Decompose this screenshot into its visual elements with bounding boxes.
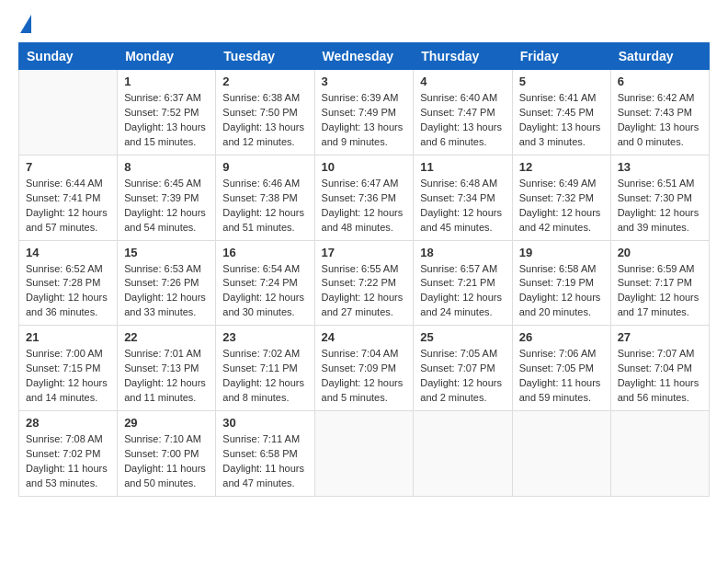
day-number: 11 xyxy=(420,160,505,174)
sunrise-text: Sunrise: 6:46 AM xyxy=(222,177,307,191)
daylight-text: Daylight: 11 hours and 53 minutes. xyxy=(26,462,110,491)
daylight-text: Daylight: 13 hours and 12 minutes. xyxy=(222,121,307,150)
day-info: Sunrise: 7:04 AMSunset: 7:09 PMDaylight:… xyxy=(322,347,407,406)
sunrise-text: Sunrise: 6:54 AM xyxy=(222,262,307,277)
sunrise-text: Sunrise: 7:11 AM xyxy=(222,432,307,447)
calendar-week-row-4: 28Sunrise: 7:08 AMSunset: 7:02 PMDayligh… xyxy=(19,411,710,497)
day-info: Sunrise: 6:37 AMSunset: 7:52 PMDaylight:… xyxy=(124,91,209,150)
day-info: Sunrise: 6:51 AMSunset: 7:30 PMDaylight:… xyxy=(618,177,702,236)
sunset-text: Sunset: 7:34 PM xyxy=(420,191,505,206)
sunset-text: Sunset: 7:15 PM xyxy=(26,362,110,376)
sunrise-text: Sunrise: 7:06 AM xyxy=(519,347,604,362)
sunrise-text: Sunrise: 6:37 AM xyxy=(124,91,209,106)
calendar-cell: 7Sunrise: 6:44 AMSunset: 7:41 PMDaylight… xyxy=(19,155,118,240)
sunrise-text: Sunrise: 6:59 AM xyxy=(618,262,702,277)
calendar-cell: 5Sunrise: 6:41 AMSunset: 7:45 PMDaylight… xyxy=(512,70,610,155)
day-info: Sunrise: 7:02 AMSunset: 7:11 PMDaylight:… xyxy=(222,347,307,406)
calendar-cell: 19Sunrise: 6:58 AMSunset: 7:19 PMDayligh… xyxy=(512,240,610,326)
day-info: Sunrise: 6:48 AMSunset: 7:34 PMDaylight:… xyxy=(420,177,505,236)
sunrise-text: Sunrise: 7:07 AM xyxy=(618,347,702,362)
daylight-text: Daylight: 12 hours and 14 minutes. xyxy=(26,376,110,406)
calendar-cell: 12Sunrise: 6:49 AMSunset: 7:32 PMDayligh… xyxy=(512,155,610,240)
sunset-text: Sunset: 7:32 PM xyxy=(519,191,604,206)
day-info: Sunrise: 6:47 AMSunset: 7:36 PMDaylight:… xyxy=(322,177,407,236)
day-info: Sunrise: 6:49 AMSunset: 7:32 PMDaylight:… xyxy=(519,177,604,236)
day-info: Sunrise: 6:59 AMSunset: 7:17 PMDaylight:… xyxy=(618,262,702,321)
sunset-text: Sunset: 7:47 PM xyxy=(420,106,505,121)
daylight-text: Daylight: 12 hours and 36 minutes. xyxy=(26,291,110,320)
calendar-cell: 27Sunrise: 7:07 AMSunset: 7:04 PMDayligh… xyxy=(610,326,709,411)
daylight-text: Daylight: 12 hours and 2 minutes. xyxy=(420,376,505,406)
day-number: 6 xyxy=(618,75,702,88)
day-number: 22 xyxy=(124,330,209,344)
sunset-text: Sunset: 7:39 PM xyxy=(124,191,209,206)
sunrise-text: Sunrise: 6:49 AM xyxy=(519,177,604,191)
sunset-text: Sunset: 7:11 PM xyxy=(222,362,307,376)
day-info: Sunrise: 6:40 AMSunset: 7:47 PMDaylight:… xyxy=(420,91,505,150)
day-info: Sunrise: 7:00 AMSunset: 7:15 PMDaylight:… xyxy=(26,347,110,406)
sunrise-text: Sunrise: 7:02 AM xyxy=(222,347,307,362)
day-number: 17 xyxy=(322,246,407,259)
calendar-cell: 18Sunrise: 6:57 AMSunset: 7:21 PMDayligh… xyxy=(414,240,512,326)
sunset-text: Sunset: 7:13 PM xyxy=(124,362,209,376)
daylight-text: Daylight: 13 hours and 15 minutes. xyxy=(124,121,209,150)
daylight-text: Daylight: 12 hours and 39 minutes. xyxy=(618,206,702,236)
daylight-text: Daylight: 11 hours and 50 minutes. xyxy=(124,462,209,491)
day-number: 7 xyxy=(26,160,110,174)
sunset-text: Sunset: 7:36 PM xyxy=(322,191,407,206)
calendar-cell: 6Sunrise: 6:42 AMSunset: 7:43 PMDaylight… xyxy=(610,70,709,155)
sunrise-text: Sunrise: 6:47 AM xyxy=(322,177,407,191)
sunrise-text: Sunrise: 7:10 AM xyxy=(124,432,209,447)
sunset-text: Sunset: 7:21 PM xyxy=(420,276,505,291)
calendar-cell: 11Sunrise: 6:48 AMSunset: 7:34 PMDayligh… xyxy=(414,155,512,240)
day-info: Sunrise: 7:01 AMSunset: 7:13 PMDaylight:… xyxy=(124,347,209,406)
day-info: Sunrise: 6:58 AMSunset: 7:19 PMDaylight:… xyxy=(519,262,604,321)
day-info: Sunrise: 6:42 AMSunset: 7:43 PMDaylight:… xyxy=(618,91,702,150)
daylight-text: Daylight: 11 hours and 59 minutes. xyxy=(519,376,604,406)
day-info: Sunrise: 7:11 AMSunset: 6:58 PMDaylight:… xyxy=(222,432,307,491)
calendar-cell: 20Sunrise: 6:59 AMSunset: 7:17 PMDayligh… xyxy=(610,240,709,326)
sunrise-text: Sunrise: 6:57 AM xyxy=(420,262,505,277)
sunset-text: Sunset: 7:30 PM xyxy=(618,191,702,206)
sunrise-text: Sunrise: 7:04 AM xyxy=(322,347,407,362)
sunset-text: Sunset: 7:43 PM xyxy=(618,106,702,121)
sunset-text: Sunset: 7:52 PM xyxy=(124,106,209,121)
daylight-text: Daylight: 12 hours and 42 minutes. xyxy=(519,206,604,236)
calendar-weekday-sunday: Sunday xyxy=(19,43,118,70)
day-number: 24 xyxy=(322,330,407,344)
calendar-cell: 25Sunrise: 7:05 AMSunset: 7:07 PMDayligh… xyxy=(414,326,512,411)
calendar-cell xyxy=(314,411,414,497)
sunset-text: Sunset: 7:07 PM xyxy=(420,362,505,376)
daylight-text: Daylight: 13 hours and 3 minutes. xyxy=(519,121,604,150)
calendar-cell: 30Sunrise: 7:11 AMSunset: 6:58 PMDayligh… xyxy=(216,411,314,497)
day-info: Sunrise: 6:53 AMSunset: 7:26 PMDaylight:… xyxy=(124,262,209,321)
day-info: Sunrise: 7:10 AMSunset: 7:00 PMDaylight:… xyxy=(124,432,209,491)
day-number: 23 xyxy=(222,330,307,344)
daylight-text: Daylight: 13 hours and 9 minutes. xyxy=(322,121,407,150)
sunrise-text: Sunrise: 6:53 AM xyxy=(124,262,209,277)
calendar-weekday-wednesday: Wednesday xyxy=(314,43,414,70)
sunset-text: Sunset: 7:38 PM xyxy=(222,191,307,206)
calendar-cell: 2Sunrise: 6:38 AMSunset: 7:50 PMDaylight… xyxy=(216,70,314,155)
sunrise-text: Sunrise: 6:42 AM xyxy=(618,91,702,106)
day-number: 4 xyxy=(420,75,505,88)
day-number: 20 xyxy=(618,246,702,259)
calendar-cell: 21Sunrise: 7:00 AMSunset: 7:15 PMDayligh… xyxy=(19,326,118,411)
sunset-text: Sunset: 7:24 PM xyxy=(222,276,307,291)
sunset-text: Sunset: 7:26 PM xyxy=(124,276,209,291)
calendar-cell: 26Sunrise: 7:06 AMSunset: 7:05 PMDayligh… xyxy=(512,326,610,411)
sunrise-text: Sunrise: 6:51 AM xyxy=(618,177,702,191)
day-info: Sunrise: 6:54 AMSunset: 7:24 PMDaylight:… xyxy=(222,262,307,321)
day-number: 5 xyxy=(519,75,604,88)
day-number: 12 xyxy=(519,160,604,174)
calendar-cell: 1Sunrise: 6:37 AMSunset: 7:52 PMDaylight… xyxy=(118,70,216,155)
day-info: Sunrise: 7:07 AMSunset: 7:04 PMDaylight:… xyxy=(618,347,702,406)
daylight-text: Daylight: 12 hours and 5 minutes. xyxy=(322,376,407,406)
daylight-text: Daylight: 13 hours and 0 minutes. xyxy=(618,121,702,150)
daylight-text: Daylight: 12 hours and 30 minutes. xyxy=(222,291,307,320)
day-number: 8 xyxy=(124,160,209,174)
sunset-text: Sunset: 7:02 PM xyxy=(26,447,110,462)
sunrise-text: Sunrise: 7:08 AM xyxy=(26,432,110,447)
calendar-week-row-1: 7Sunrise: 6:44 AMSunset: 7:41 PMDaylight… xyxy=(19,155,710,240)
day-info: Sunrise: 6:52 AMSunset: 7:28 PMDaylight:… xyxy=(26,262,110,321)
